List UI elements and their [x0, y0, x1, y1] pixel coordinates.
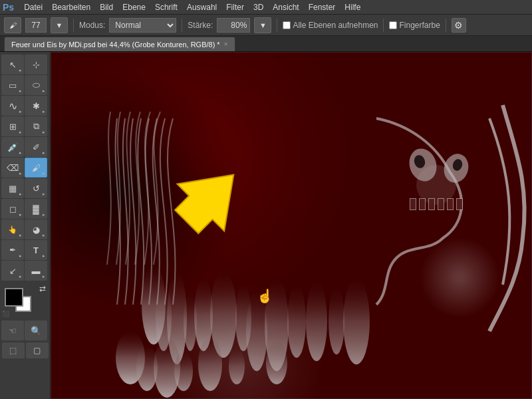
menu-datei[interactable]: Datei	[19, 1, 47, 13]
tool-row-2: ▭ ▸ ⬭ ▸	[1, 75, 49, 95]
tool-row-3: ∿ ▸ ✱ ▸	[1, 96, 49, 116]
separator-4	[383, 19, 384, 32]
tab-bar: Feuer und Eis by MDi.psd bei 44,4% (Grob…	[0, 36, 532, 52]
tool-row-5: 💉 ▸ ✐ ▸	[1, 137, 49, 157]
menu-schrift[interactable]: Schrift	[150, 1, 182, 13]
marquee-ellipse-tool[interactable]: ⬭ ▸	[25, 75, 47, 95]
separator-2	[182, 19, 182, 32]
quick-mask-button[interactable]: ⬚	[2, 342, 25, 358]
tool-row-1: ↖ ▸ ⊹	[1, 55, 49, 74]
path-select-tool[interactable]: ↙ ▸	[1, 261, 24, 281]
separator-5	[446, 19, 446, 32]
burn-dodge-tool[interactable]: ◕ ▸	[25, 219, 47, 239]
staerke-label: Stärke:	[188, 21, 213, 30]
modus-select[interactable]: Normal Auflösen Abdunkeln Multiplizieren	[109, 18, 176, 33]
canvas-area[interactable]: ☝	[51, 52, 532, 399]
crop-tool[interactable]: ⊞ ▸	[1, 116, 24, 136]
tab-close-button[interactable]: ×	[224, 41, 228, 48]
zoom-tool[interactable]: 🔍	[25, 321, 47, 340]
document-canvas[interactable]	[51, 52, 532, 399]
slice-tool[interactable]: ⧉ ▸	[25, 116, 47, 136]
marquee-rect-tool[interactable]: ▭ ▸	[1, 75, 24, 95]
tool-row-8: ◻ ▸ ▓ ▸	[1, 199, 49, 219]
menu-ansicht[interactable]: Ansicht	[268, 1, 303, 13]
alle-ebenen-checkbox[interactable]	[283, 21, 291, 29]
app-logo: Ps	[3, 2, 14, 13]
tool-row-6: ⌫ ▸ 🖌 ▸	[1, 158, 49, 178]
lasso-tool[interactable]: ∿ ▸	[1, 96, 24, 116]
menu-ebene[interactable]: Ebene	[118, 1, 150, 13]
modus-label: Modus:	[79, 21, 105, 30]
left-toolbar: ↖ ▸ ⊹ ▭ ▸ ⬭ ▸ ∿ ▸ ✱	[0, 52, 51, 399]
brush-tool[interactable]: 🖌 ▸	[25, 158, 47, 178]
artboard-tool[interactable]: ⊹	[25, 55, 47, 74]
separator-3	[277, 19, 277, 32]
extra-tools-row: ⬚ ▢	[1, 342, 49, 358]
gradient-tool[interactable]: ▓ ▸	[25, 199, 47, 219]
menu-filter[interactable]: Filter	[221, 1, 249, 13]
main-layout: ↖ ▸ ⊹ ▭ ▸ ⬭ ▸ ∿ ▸ ✱	[0, 52, 532, 399]
color-swatch-area: ⇄ ⬛	[2, 284, 49, 317]
move-tool[interactable]: ↖ ▸	[1, 55, 24, 74]
menu-bild[interactable]: Bild	[95, 1, 118, 13]
menu-3d[interactable]: 3D	[249, 1, 268, 13]
options-bar: 🖌 77 ▼ Modus: Normal Auflösen Abdunkeln …	[0, 15, 532, 36]
brush-size-display[interactable]: 77	[25, 18, 47, 33]
settings-button[interactable]: ⚙	[452, 18, 466, 33]
brush-preset-picker[interactable]: 🖌	[4, 17, 21, 33]
pen-tool[interactable]: ✒ ▸	[1, 240, 24, 260]
eraser-tool[interactable]: ◻ ▸	[1, 199, 24, 219]
hand-tool[interactable]: ☜	[1, 321, 24, 340]
fingerfarbe-checkbox[interactable]	[389, 21, 397, 29]
shape-tool[interactable]: ▬ ▸	[25, 261, 47, 281]
stamp-tool[interactable]: ▦ ▸	[1, 178, 24, 198]
menu-auswahl[interactable]: Auswahl	[182, 1, 221, 13]
tool-row-11: ↙ ▸ ▬ ▸	[1, 261, 49, 281]
menu-hilfe[interactable]: Hilfe	[340, 1, 365, 13]
tool-row-4: ⊞ ▸ ⧉ ▸	[1, 116, 49, 136]
smudge-tool[interactable]: 👆 ▸	[1, 219, 24, 239]
menu-bearbeiten[interactable]: Bearbeiten	[47, 1, 95, 13]
healing-brush-tool[interactable]: ⌫ ▸	[1, 158, 24, 178]
default-colors-button[interactable]: ⬛	[2, 311, 9, 317]
menu-bar: Ps Datei Bearbeiten Bild Ebene Schrift A…	[0, 0, 532, 15]
swap-colors-button[interactable]: ⇄	[39, 284, 46, 293]
fingerfarbe-label[interactable]: Fingerfarbe	[389, 21, 440, 30]
menu-fenster[interactable]: Fenster	[304, 1, 340, 13]
color-sampler-tool[interactable]: ✐ ▸	[25, 137, 47, 157]
separator-1	[73, 19, 74, 32]
screen-mode-button[interactable]: ▢	[26, 342, 49, 358]
magic-wand-tool[interactable]: ✱ ▸	[25, 96, 47, 116]
staerke-dropdown[interactable]: ▼	[254, 17, 271, 33]
history-brush-tool[interactable]: ↺ ▸	[25, 178, 47, 198]
foreground-color-swatch[interactable]	[5, 288, 23, 307]
staerke-input[interactable]	[217, 18, 250, 33]
alle-ebenen-label[interactable]: Alle Ebenen aufnehmen	[283, 21, 378, 30]
tool-row-10: ✒ ▸ T ▸	[1, 240, 49, 260]
tool-row-9: 👆 ▸ ◕ ▸	[1, 219, 49, 239]
tab-title: Feuer und Eis by MDi.psd bei 44,4% (Grob…	[11, 41, 220, 49]
tool-row-7: ▦ ▸ ↺ ▸	[1, 178, 49, 198]
document-tab[interactable]: Feuer und Eis by MDi.psd bei 44,4% (Grob…	[4, 37, 235, 51]
eyedropper-tool[interactable]: 💉 ▸	[1, 137, 24, 157]
type-tool[interactable]: T ▸	[25, 240, 47, 260]
brush-size-dropdown[interactable]: ▼	[51, 17, 68, 33]
tool-row-12: ☜ 🔍	[1, 321, 49, 340]
